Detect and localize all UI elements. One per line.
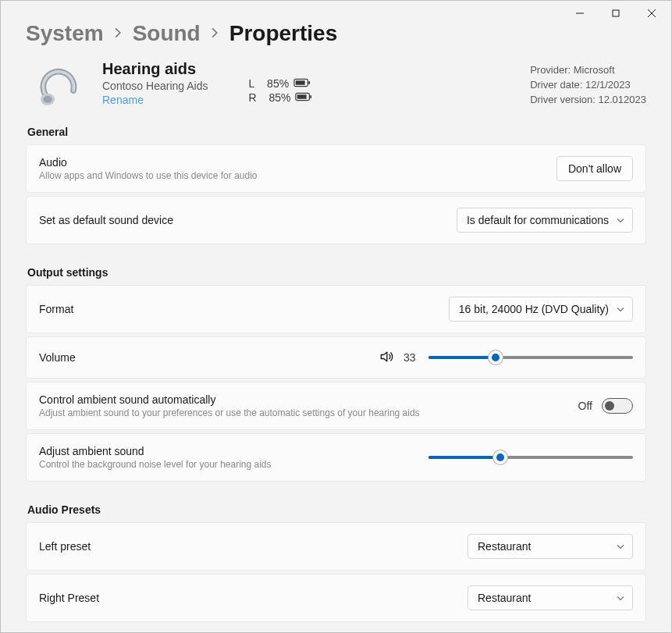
battery-icon bbox=[295, 91, 312, 104]
svg-point-5 bbox=[44, 96, 52, 103]
card-volume: Volume 33 bbox=[26, 336, 646, 379]
chevron-down-icon bbox=[617, 542, 624, 551]
svg-rect-10 bbox=[297, 94, 307, 99]
chevron-right-icon bbox=[212, 27, 219, 41]
left-battery-percent: 85% bbox=[267, 77, 289, 90]
close-button[interactable] bbox=[634, 2, 670, 25]
left-preset-select[interactable]: Restaurant bbox=[468, 534, 633, 559]
right-preset-value: Restaurant bbox=[478, 592, 531, 604]
breadcrumb: System Sound Properties bbox=[26, 21, 646, 46]
card-audio-allow: Audio Allow apps and Windows to use this… bbox=[26, 144, 646, 193]
format-label: Format bbox=[39, 303, 73, 315]
chevron-down-icon bbox=[617, 216, 624, 225]
left-preset-value: Restaurant bbox=[478, 540, 531, 553]
right-preset-select[interactable]: Restaurant bbox=[468, 585, 633, 610]
driver-info: Provider: Microsoft Driver date: 12/1/20… bbox=[530, 63, 646, 108]
device-name: Hearing aids bbox=[102, 60, 208, 78]
driver-provider: Provider: Microsoft bbox=[530, 63, 646, 78]
hearing-aid-icon bbox=[26, 60, 88, 110]
format-select[interactable]: 16 bit, 24000 Hz (DVD Quality) bbox=[449, 297, 633, 322]
right-battery-label: R bbox=[248, 91, 256, 104]
default-device-value: Is default for communications bbox=[467, 214, 609, 226]
ambient-auto-toggle[interactable] bbox=[602, 398, 633, 414]
svg-rect-7 bbox=[296, 80, 305, 85]
device-manufacturer: Contoso Hearing Aids bbox=[102, 80, 208, 92]
breadcrumb-properties: Properties bbox=[229, 21, 338, 46]
default-device-select[interactable]: Is default for communications bbox=[457, 208, 633, 233]
driver-date: Driver date: 12/1/2023 bbox=[530, 78, 646, 93]
audio-sublabel: Allow apps and Windows to use this devic… bbox=[39, 170, 258, 181]
minimize-button[interactable] bbox=[562, 2, 598, 25]
maximize-button[interactable] bbox=[598, 2, 634, 25]
ambient-slider[interactable] bbox=[428, 450, 633, 465]
card-ambient-auto: Control ambient sound automatically Adju… bbox=[26, 382, 646, 430]
device-header: Hearing aids Contoso Hearing Aids Rename… bbox=[26, 60, 646, 110]
section-output: Output settings bbox=[27, 266, 646, 279]
card-format: Format 16 bit, 24000 Hz (DVD Quality) bbox=[26, 285, 646, 333]
chevron-down-icon bbox=[617, 305, 624, 314]
volume-label: Volume bbox=[39, 351, 76, 364]
driver-version: Driver version: 12.012023 bbox=[530, 93, 646, 108]
format-value: 16 bit, 24000 Hz (DVD Quality) bbox=[459, 303, 609, 315]
volume-value: 33 bbox=[404, 351, 419, 364]
card-left-preset: Left preset Restaurant bbox=[26, 522, 646, 571]
card-right-preset: Right Preset Restaurant bbox=[26, 574, 646, 622]
chevron-down-icon bbox=[617, 594, 624, 603]
left-preset-label: Left preset bbox=[39, 540, 91, 553]
battery-icon bbox=[293, 77, 311, 90]
ambient-adjust-label: Adjust ambient sound bbox=[39, 445, 272, 457]
rename-link[interactable]: Rename bbox=[102, 94, 208, 106]
breadcrumb-system[interactable]: System bbox=[26, 21, 104, 46]
ambient-auto-label: Control ambient sound automatically bbox=[39, 393, 420, 406]
svg-rect-8 bbox=[308, 81, 310, 84]
breadcrumb-sound[interactable]: Sound bbox=[133, 21, 201, 46]
section-presets: Audio Presets bbox=[27, 503, 646, 516]
right-preset-label: Right Preset bbox=[39, 592, 99, 604]
ambient-auto-state: Off bbox=[578, 400, 592, 412]
volume-slider[interactable] bbox=[428, 350, 633, 365]
card-default-device: Set as default sound device Is default f… bbox=[26, 196, 646, 244]
card-ambient-adjust: Adjust ambient sound Control the backgro… bbox=[26, 433, 646, 482]
svg-rect-1 bbox=[613, 10, 619, 16]
battery-levels: L 85% R 85% bbox=[248, 77, 312, 105]
ambient-adjust-sublabel: Control the background noise level for y… bbox=[39, 459, 272, 470]
section-general: General bbox=[27, 126, 646, 138]
ambient-auto-sublabel: Adjust ambient sound to your preferences… bbox=[39, 407, 420, 418]
svg-rect-11 bbox=[311, 95, 312, 98]
dont-allow-button[interactable]: Don't allow bbox=[556, 156, 633, 181]
right-battery-percent: 85% bbox=[268, 91, 290, 104]
audio-label: Audio bbox=[39, 156, 258, 169]
left-battery-label: L bbox=[248, 77, 254, 90]
default-device-label: Set as default sound device bbox=[39, 214, 173, 226]
settings-window: System Sound Properties Hearing aids bbox=[0, 0, 672, 633]
chevron-right-icon bbox=[115, 27, 122, 41]
speaker-icon[interactable] bbox=[379, 349, 394, 367]
